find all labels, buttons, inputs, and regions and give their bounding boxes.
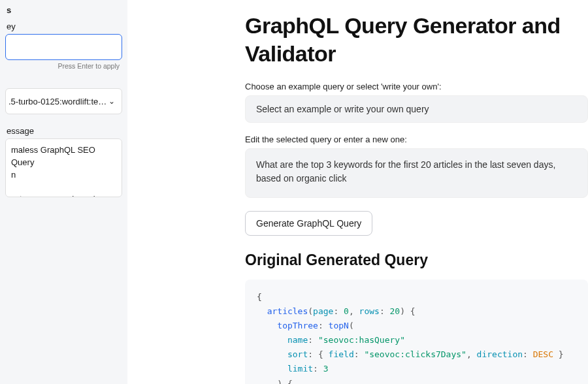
generate-button[interactable]: Generate GraphQL Query — [245, 211, 372, 236]
apikey-label: ey — [5, 22, 122, 31]
page-title: GraphQL Query Generator and Validator — [245, 12, 588, 67]
example-query-placeholder: Select an example or write your own quer… — [256, 104, 429, 114]
model-select[interactable]: .5-turbo-0125:wordlift:te… ⌄ — [5, 88, 122, 114]
generated-query-heading: Original Generated Query — [245, 251, 588, 269]
apikey-input[interactable] — [5, 34, 122, 60]
system-message-label: essage — [5, 126, 122, 136]
edit-query-label: Edit the selected query or enter a new o… — [245, 135, 588, 144]
apikey-hint: Press Enter to apply — [5, 62, 122, 70]
sidebar-section-header: s — [5, 5, 122, 15]
query-textarea[interactable] — [245, 148, 588, 198]
example-query-select[interactable]: Select an example or write your own quer… — [245, 95, 588, 123]
chevron-down-icon: ⌄ — [108, 97, 115, 106]
example-query-label: Choose an example query or select 'write… — [245, 82, 588, 91]
system-message-textarea[interactable] — [5, 138, 122, 197]
generated-query-code: { articles(page: 0, rows: 20) { topThree… — [245, 280, 588, 384]
model-select-value: .5-turbo-0125:wordlift:te… — [8, 97, 106, 106]
main-content: GraphQL Query Generator and Validator Ch… — [127, 0, 588, 384]
sidebar: s ey Press Enter to apply .5-turbo-0125:… — [0, 0, 127, 384]
